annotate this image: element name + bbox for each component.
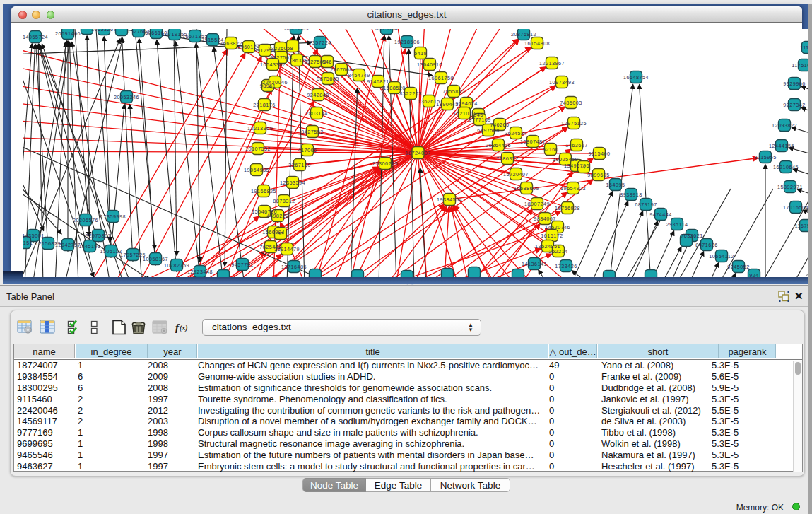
svg-text:18907249: 18907249 <box>524 201 550 207</box>
svg-text:9227342: 9227342 <box>783 102 805 108</box>
svg-text:8938918: 8938918 <box>620 192 642 198</box>
svg-text:16543362: 16543362 <box>260 62 286 68</box>
svg-text:39151: 39151 <box>23 240 33 246</box>
svg-text:6879197: 6879197 <box>635 201 657 208</box>
svg-text:3624534: 3624534 <box>505 130 526 136</box>
svg-text:18724007: 18724007 <box>406 150 431 156</box>
svg-text:12093822: 12093822 <box>772 122 797 129</box>
svg-text:10958167: 10958167 <box>143 256 168 262</box>
svg-text:8471626: 8471626 <box>695 242 717 248</box>
svg-text:10654112: 10654112 <box>709 253 734 259</box>
svg-text:13495796: 13495796 <box>564 163 589 169</box>
svg-text:10973493: 10973493 <box>549 79 575 86</box>
svg-text:62160: 62160 <box>543 146 559 153</box>
svg-text:6497568: 6497568 <box>477 127 499 134</box>
svg-text:10782759: 10782759 <box>164 262 189 269</box>
svg-text:15892971: 15892971 <box>777 184 803 190</box>
svg-text:9474444: 9474444 <box>649 211 671 218</box>
svg-text:19054985: 19054985 <box>244 167 269 173</box>
svg-text:10107552: 10107552 <box>245 146 271 152</box>
svg-text:19166825: 19166825 <box>251 188 276 194</box>
svg-text:1145193: 1145193 <box>79 243 101 250</box>
svg-text:13640910: 13640910 <box>417 62 442 68</box>
svg-text:17016504: 17016504 <box>783 204 808 211</box>
svg-text:164095: 164095 <box>606 182 625 188</box>
svg-text:32975867: 32975867 <box>86 233 111 239</box>
svg-text:4: 4 <box>582 164 586 170</box>
svg-text:25300295: 25300295 <box>372 160 398 167</box>
svg-text:546: 546 <box>322 59 332 65</box>
svg-text:7386372: 7386372 <box>496 156 518 162</box>
svg-text:5875685: 5875685 <box>317 76 339 82</box>
svg-text:19756928: 19756928 <box>555 205 580 211</box>
svg-text:10025458: 10025458 <box>553 156 578 163</box>
svg-text:16648754: 16648754 <box>623 74 649 81</box>
svg-text:2718176: 2718176 <box>253 102 275 108</box>
svg-text:1463627: 1463627 <box>565 142 587 148</box>
svg-text:16210645: 16210645 <box>773 164 799 170</box>
svg-text:9777169: 9777169 <box>469 117 490 123</box>
svg-text:7357224: 7357224 <box>309 40 331 46</box>
svg-text:9115460: 9115460 <box>589 151 611 157</box>
svg-text:16961758: 16961758 <box>428 75 454 81</box>
svg-text:1615172: 1615172 <box>541 233 563 239</box>
svg-text:23226058: 23226058 <box>268 45 293 52</box>
svg-text:9329966: 9329966 <box>783 81 805 87</box>
svg-text:8813054: 8813054 <box>375 29 397 32</box>
svg-text:20053346: 20053346 <box>114 94 139 100</box>
svg-text:19384554: 19384554 <box>437 197 462 203</box>
svg-text:924: 924 <box>749 272 759 278</box>
svg-text:7955812: 7955812 <box>442 88 464 95</box>
svg-text:13716485: 13716485 <box>281 264 307 270</box>
svg-text:12923448: 12923448 <box>187 269 213 275</box>
svg-text:8454749: 8454749 <box>348 72 370 78</box>
svg-text:12942757: 12942757 <box>55 242 81 248</box>
svg-text:14520746: 14520746 <box>545 224 570 230</box>
svg-text:9457791: 9457791 <box>231 262 253 268</box>
svg-text:83: 83 <box>278 230 284 237</box>
svg-text:8878312: 8878312 <box>273 198 295 204</box>
svg-text:7485003: 7485003 <box>560 100 582 106</box>
svg-text:19654923: 19654923 <box>560 185 586 192</box>
svg-text:17359998: 17359998 <box>100 214 126 220</box>
svg-text:9794024: 9794024 <box>455 100 477 107</box>
svg-text:3267130: 3267130 <box>288 162 310 168</box>
svg-text:1505113: 1505113 <box>100 248 122 255</box>
svg-text:9427552: 9427552 <box>301 129 323 135</box>
svg-text:9899695: 9899695 <box>587 172 609 178</box>
svg-text:9242848: 9242848 <box>307 92 329 98</box>
svg-text:1733426: 1733426 <box>555 263 577 269</box>
svg-text:(x): (x) <box>180 324 188 332</box>
svg-text:14055724: 14055724 <box>23 34 48 40</box>
svg-text:16914479: 16914479 <box>274 246 300 252</box>
svg-text:12353594: 12353594 <box>280 180 305 186</box>
svg-text:16053809: 16053809 <box>283 29 309 32</box>
svg-text:9245052: 9245052 <box>727 264 749 270</box>
svg-text:2803144: 2803144 <box>305 110 327 117</box>
svg-text:1621072: 1621072 <box>453 110 475 117</box>
svg-text:7632621: 7632621 <box>681 233 702 239</box>
svg-text:5419: 5419 <box>414 50 427 57</box>
svg-text:10688609: 10688609 <box>514 185 539 192</box>
svg-text:1435001: 1435001 <box>23 233 45 239</box>
svg-text:2935114: 2935114 <box>666 221 688 228</box>
svg-text:12444155: 12444155 <box>769 143 794 149</box>
svg-text:8215955: 8215955 <box>754 154 776 160</box>
svg-text:252214: 252214 <box>549 248 568 255</box>
svg-text:17957225: 17957225 <box>120 252 146 258</box>
svg-text:22420046: 22420046 <box>262 79 288 86</box>
svg-text:15720407: 15720407 <box>503 171 529 177</box>
svg-text:20206576: 20206576 <box>73 217 98 223</box>
svg-text:8322203: 8322203 <box>399 90 421 97</box>
svg-text:20876812: 20876812 <box>511 31 536 37</box>
svg-text:10807487: 10807487 <box>520 139 546 145</box>
svg-text:417006: 417006 <box>298 147 317 153</box>
svg-text:12213369: 12213369 <box>247 125 273 132</box>
svg-text:9884067: 9884067 <box>534 216 555 222</box>
svg-text:16154808: 16154808 <box>524 40 550 47</box>
svg-text:20364436: 20364436 <box>486 142 511 148</box>
svg-text:4498222: 4498222 <box>266 213 288 219</box>
svg-text:14136141: 14136141 <box>522 261 547 267</box>
svg-text:19218506: 19218506 <box>394 39 420 45</box>
svg-text:12213967: 12213967 <box>539 60 565 66</box>
